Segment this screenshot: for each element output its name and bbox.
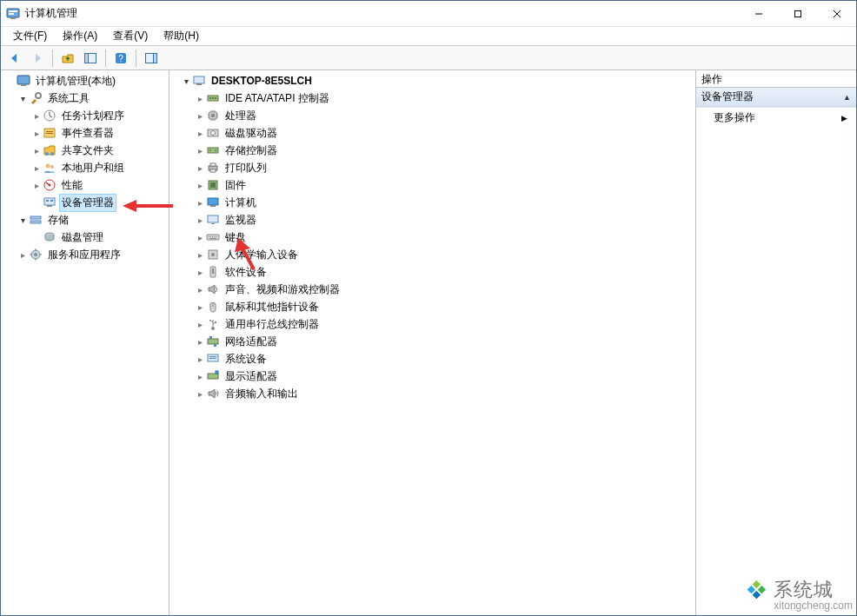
dev-monitors[interactable]: 监视器 [169, 211, 695, 229]
svg-rect-40 [212, 97, 214, 99]
disk-management-icon [43, 230, 56, 244]
dev-display-adapters[interactable]: 显示适配器 [169, 368, 695, 385]
dev-software-devices[interactable]: 软件设备 [169, 263, 695, 281]
dev-firmware[interactable]: 固件 [169, 176, 695, 194]
watermark: 系统城 xitongcheng.com [735, 578, 853, 613]
content-panes: 计算机管理(本地) 系统工具 任务计划程序 事件查看器 共享文件夹 [1, 70, 856, 615]
tree-performance[interactable]: 性能 [1, 176, 169, 194]
svg-rect-64 [209, 238, 216, 239]
svg-rect-55 [210, 205, 216, 207]
svg-rect-56 [208, 215, 218, 222]
audio-icon [206, 387, 220, 401]
performance-icon [43, 178, 56, 192]
dev-network-adapters[interactable]: 网络适配器 [169, 333, 695, 350]
show-hide-tree-button[interactable] [80, 49, 101, 68]
tree-shared-folders[interactable]: 共享文件夹 [1, 142, 169, 159]
printer-icon [206, 161, 220, 175]
keyboard-icon [206, 230, 220, 244]
monitor-icon [206, 213, 220, 227]
dev-sound-video-game[interactable]: 声音、视频和游戏控制器 [169, 281, 695, 298]
tree-local-users-groups[interactable]: 本地用户和组 [1, 159, 169, 176]
tree-device-manager[interactable]: 设备管理器 [1, 194, 169, 211]
menu-bar: 文件(F) 操作(A) 查看(V) 帮助(H) [1, 27, 856, 46]
users-icon [43, 161, 56, 175]
actions-section-device-manager[interactable]: 设备管理器 ▲ [696, 88, 856, 107]
ide-icon [206, 91, 220, 105]
svg-rect-3 [10, 17, 16, 19]
help-button[interactable]: ? [110, 49, 131, 68]
svg-rect-88 [753, 591, 761, 599]
display-adapter-icon [206, 369, 220, 383]
svg-rect-85 [753, 580, 761, 588]
svg-rect-39 [209, 97, 211, 99]
svg-point-70 [211, 327, 215, 330]
tree-task-scheduler[interactable]: 任务计划程序 [1, 107, 169, 124]
maximize-button[interactable] [778, 1, 817, 26]
svg-rect-77 [209, 356, 216, 357]
storage-icon [29, 213, 43, 227]
dev-cpu[interactable]: 处理器 [169, 107, 695, 124]
app-icon [6, 7, 20, 21]
svg-point-21 [45, 152, 49, 156]
actions-more-actions[interactable]: 更多操作 ▶ [696, 108, 856, 128]
svg-point-24 [50, 165, 54, 169]
svg-point-45 [211, 131, 216, 136]
dev-computer[interactable]: 计算机 [169, 194, 695, 211]
dev-print-queues[interactable]: 打印队列 [169, 159, 695, 176]
toolbar-separator [136, 50, 136, 67]
dev-audio-io[interactable]: 音频输入和输出 [169, 385, 695, 402]
tree-services-apps[interactable]: 服务和应用程序 [1, 246, 169, 263]
toolbar-separator [52, 50, 53, 67]
svg-rect-9 [85, 53, 89, 63]
tree-storage[interactable]: 存储 [1, 211, 169, 229]
svg-rect-50 [210, 163, 216, 166]
svg-rect-72 [215, 321, 216, 323]
tree-event-viewer[interactable]: 事件查看器 [1, 124, 169, 142]
svg-rect-51 [210, 169, 216, 172]
usb-icon [206, 317, 220, 331]
shared-folder-icon [43, 143, 56, 157]
svg-rect-78 [209, 358, 216, 359]
close-button[interactable] [817, 1, 856, 26]
svg-point-16 [36, 93, 41, 98]
up-folder-button[interactable] [57, 49, 78, 68]
svg-rect-13 [154, 53, 157, 63]
toolbar-separator [105, 50, 106, 67]
svg-point-47 [209, 149, 211, 151]
minimize-button[interactable] [739, 1, 778, 26]
back-button[interactable] [4, 49, 25, 68]
dev-disk-drives[interactable]: 磁盘驱动器 [169, 124, 695, 142]
dev-mice[interactable]: 鼠标和其他指针设备 [169, 298, 695, 315]
svg-rect-87 [747, 586, 755, 593]
forward-button[interactable] [27, 49, 48, 68]
dev-keyboards[interactable]: 键盘 [169, 229, 695, 246]
svg-point-22 [50, 152, 54, 156]
svg-rect-62 [214, 236, 215, 237]
svg-rect-2 [9, 13, 14, 15]
tree-disk-management[interactable]: 磁盘管理 [1, 229, 169, 246]
device-root[interactable]: DESKTOP-8E5SLCH [169, 72, 695, 89]
svg-rect-41 [215, 97, 216, 99]
svg-rect-57 [211, 223, 215, 224]
console-tree-pane[interactable]: 计算机管理(本地) 系统工具 任务计划程序 事件查看器 共享文件夹 [1, 70, 169, 615]
svg-point-35 [34, 253, 37, 256]
collapse-icon: ▲ [843, 93, 851, 102]
system-device-icon [206, 352, 220, 366]
dev-usb[interactable]: 通用串行总线控制器 [169, 315, 695, 333]
dev-system-devices[interactable]: 系统设备 [169, 350, 695, 368]
tree-system-tools[interactable]: 系统工具 [1, 89, 169, 107]
tree-root-computer-management[interactable]: 计算机管理(本地) [1, 72, 169, 89]
watermark-text-en: xitongcheng.com [774, 600, 853, 612]
menu-help[interactable]: 帮助(H) [156, 27, 206, 45]
menu-action[interactable]: 操作(A) [56, 27, 104, 45]
dev-ide[interactable]: IDE ATA/ATAPI 控制器 [169, 89, 695, 107]
menu-file[interactable]: 文件(F) [6, 27, 54, 45]
svg-rect-29 [46, 200, 49, 202]
show-hide-action-pane-button[interactable] [141, 49, 162, 68]
dev-hid[interactable]: 人体学输入设备 [169, 246, 695, 263]
device-tree-pane[interactable]: DESKTOP-8E5SLCH IDE ATA/ATAPI 控制器 处理器 磁盘… [169, 70, 696, 615]
disk-drive-icon [206, 126, 220, 140]
dev-storage-controllers[interactable]: 存储控制器 [169, 142, 695, 159]
menu-view[interactable]: 查看(V) [106, 27, 155, 45]
svg-rect-75 [214, 344, 216, 347]
